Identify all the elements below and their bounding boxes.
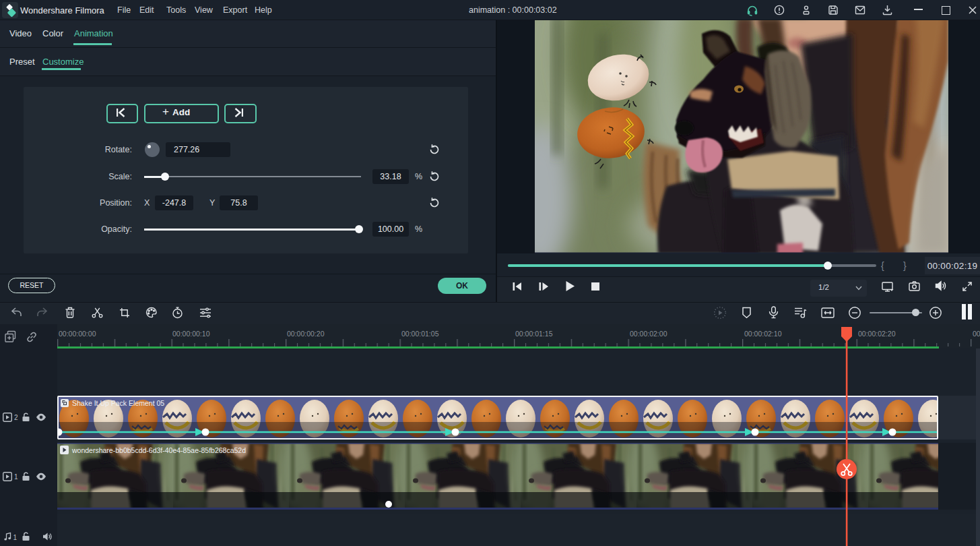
svg-text:wondershare-bb0b5cdd-6d3f-40e4: wondershare-bb0b5cdd-6d3f-40e4-85ae-85fb… [71, 446, 246, 454]
svg-text:Shake It Up Pack Element 05: Shake It Up Pack Element 05 [72, 399, 164, 407]
svg-text:1: 1 [13, 534, 18, 541]
svg-text:2: 2 [14, 414, 18, 421]
svg-text:1: 1 [14, 473, 18, 481]
